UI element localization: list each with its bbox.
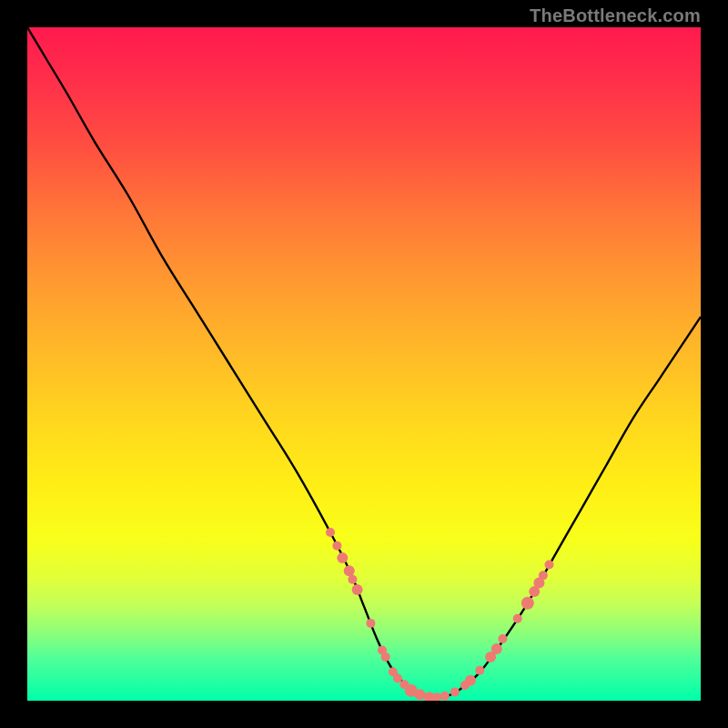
curve-marker	[539, 571, 548, 580]
curve-marker	[475, 666, 484, 675]
curve-marker	[337, 552, 348, 563]
curve-marker	[352, 584, 363, 595]
curve-marker	[498, 634, 507, 643]
curve-marker	[414, 689, 425, 700]
curve-marker	[521, 597, 534, 610]
bottleneck-curve	[27, 27, 701, 698]
curve-marker	[381, 652, 390, 662]
curve-marker	[393, 674, 402, 683]
chart-svg	[27, 27, 701, 701]
curve-marker	[545, 561, 554, 570]
plot-area	[27, 27, 701, 701]
curve-marker	[440, 692, 450, 701]
curve-marker	[344, 565, 355, 576]
curve-marker	[332, 541, 341, 551]
curve-marker	[491, 643, 502, 654]
curve-marker	[513, 614, 522, 623]
curve-marker	[348, 575, 357, 584]
attribution-text: TheBottleneck.com	[530, 5, 701, 26]
curve-marker	[326, 528, 335, 537]
curve-marker	[450, 687, 460, 696]
curve-marker	[366, 619, 375, 628]
curve-marker	[465, 675, 476, 686]
chart-frame: TheBottleneck.com	[0, 0, 728, 728]
